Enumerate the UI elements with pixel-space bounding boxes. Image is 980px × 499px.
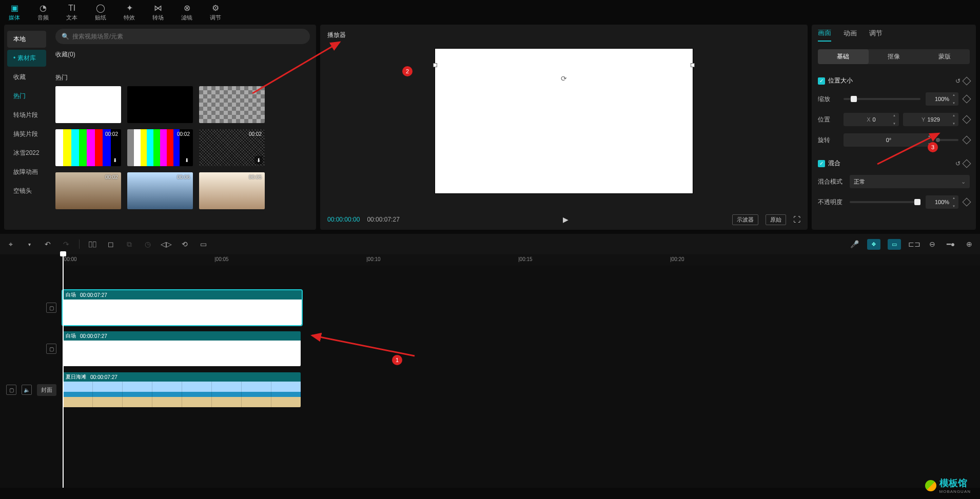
keyframe-icon[interactable] xyxy=(963,159,971,168)
blendmode-select[interactable]: 正常⌄ xyxy=(850,175,970,188)
timeline-clip-1[interactable]: 白场00:00:07:27 xyxy=(63,331,301,366)
blend-checkbox[interactable]: ✓ xyxy=(818,160,825,167)
track-toggle-icon[interactable]: ▢ xyxy=(6,385,16,395)
inspector-tab-0[interactable]: 画面 xyxy=(818,28,831,42)
zoom-in-icon[interactable]: ⊕ xyxy=(964,240,975,248)
mic-icon[interactable]: 🎤 xyxy=(849,240,860,248)
pointer-tool-icon[interactable]: ⌖ xyxy=(5,240,16,249)
asset-thumb-7[interactable]: 00:06 xyxy=(127,172,193,209)
rotation-label: 旋转 xyxy=(818,136,838,145)
inspector-tab-1[interactable]: 动画 xyxy=(844,29,857,41)
opacity-keyframe-icon[interactable] xyxy=(963,198,971,207)
reset-icon[interactable]: ↺ xyxy=(955,77,961,85)
mirror-icon[interactable]: ◁▷ xyxy=(161,240,172,248)
rotation-dial[interactable] xyxy=(938,139,958,141)
download-icon[interactable]: ⬇ xyxy=(254,156,263,164)
copy-icon[interactable]: ⧉ xyxy=(124,240,135,249)
sidebar-item-6[interactable]: 冰雪2022 xyxy=(7,145,46,162)
tab-icon: ▣ xyxy=(11,3,18,13)
redo-icon[interactable]: ↷ xyxy=(61,240,72,248)
speed-icon[interactable]: ◷ xyxy=(142,240,153,248)
track-toggle-icon[interactable]: ▢ xyxy=(46,303,56,313)
split-icon[interactable]: ⌷⌷ xyxy=(87,240,98,248)
top-tab-6[interactable]: ⊗滤镜 xyxy=(172,0,201,25)
original-button[interactable]: 原始 xyxy=(766,214,786,225)
top-tab-7[interactable]: ⚙调节 xyxy=(201,0,230,25)
dropdown-icon[interactable]: ▾ xyxy=(24,242,35,247)
sidebar-item-1[interactable]: • 素材库 xyxy=(7,50,46,67)
inspector-subtab-0[interactable]: 基础 xyxy=(818,49,869,64)
track-toggle-icon[interactable]: ▢ xyxy=(46,344,56,354)
asset-thumb-0[interactable] xyxy=(55,86,121,123)
frame-icon[interactable]: ▭ xyxy=(198,240,209,248)
fullscreen-icon[interactable]: ⛶ xyxy=(793,215,800,224)
timeline-clip-2[interactable]: 夏日海滩00:00:07:27 xyxy=(63,372,301,407)
inspector-subtab-2[interactable]: 蒙版 xyxy=(919,49,970,64)
asset-thumb-5[interactable]: 00:02⬇ xyxy=(199,129,265,166)
search-box[interactable]: 🔍 xyxy=(55,29,310,44)
position-keyframe-icon[interactable] xyxy=(963,115,971,124)
auto-caption-button[interactable]: ❖ xyxy=(867,239,880,250)
thumb-duration: 00:02 xyxy=(177,131,190,137)
undo-icon[interactable]: ↶ xyxy=(42,240,53,248)
asset-thumb-8[interactable]: 00:05 xyxy=(199,172,265,209)
download-icon[interactable]: ⬇ xyxy=(111,156,119,164)
position-y-value[interactable]: Y1929▲▼ xyxy=(903,113,958,126)
reset-icon[interactable]: ↺ xyxy=(955,160,961,167)
opacity-slider[interactable] xyxy=(850,201,920,203)
keyframe-icon[interactable] xyxy=(963,76,971,85)
asset-thumb-1[interactable] xyxy=(127,86,193,123)
crop-icon[interactable]: ◻ xyxy=(105,240,116,248)
magnet-icon[interactable]: ⊏⊐ xyxy=(908,240,919,248)
player-canvas[interactable]: ⟳ xyxy=(435,48,693,194)
top-tab-3[interactable]: ◯贴纸 xyxy=(86,0,115,25)
clip-body xyxy=(63,341,301,366)
media-panel: 本地• 素材库收藏热门转场片段搞笑片段冰雪2022故障动画空镜头 🔍 收藏(0)… xyxy=(4,25,316,230)
inspector-tab-2[interactable]: 调节 xyxy=(869,29,883,41)
top-tab-1[interactable]: ◔音频 xyxy=(29,0,57,25)
blend-heading: 混合 xyxy=(828,159,840,168)
asset-thumb-3[interactable]: 00:02⬇ xyxy=(55,129,121,166)
auto-align-button[interactable]: ▭ xyxy=(888,239,901,250)
rotation-keyframe-icon[interactable] xyxy=(963,136,971,145)
top-tab-5[interactable]: ⋈转场 xyxy=(144,0,172,25)
position-x-value[interactable]: X0▲▼ xyxy=(844,113,899,126)
thumb-duration: 00:02 xyxy=(105,131,118,137)
asset-thumb-2[interactable] xyxy=(199,86,265,123)
zoom-slider-icon[interactable]: ━● xyxy=(945,240,956,248)
inspector-subtab-1[interactable]: 抠像 xyxy=(869,49,919,64)
possize-checkbox[interactable]: ✓ xyxy=(818,77,825,85)
sidebar-item-3[interactable]: 热门 xyxy=(7,88,46,105)
media-side-nav: 本地• 素材库收藏热门转场片段搞笑片段冰雪2022故障动画空镜头 xyxy=(4,25,49,230)
top-tab-0[interactable]: ▣媒体 xyxy=(0,0,29,25)
track-toggle-icon[interactable]: 🔈 xyxy=(22,385,32,395)
scale-value[interactable]: 100%▲▼ xyxy=(926,92,958,106)
sidebar-item-2[interactable]: 收藏 xyxy=(7,69,46,86)
asset-thumb-4[interactable]: 00:02⬇ xyxy=(127,129,193,166)
timeline-ruler[interactable]: |00:00|00:05|00:10|00:15|00:20 xyxy=(63,254,980,266)
track-head: ▢ xyxy=(0,303,63,313)
scale-slider[interactable] xyxy=(844,98,920,100)
search-input[interactable] xyxy=(72,33,304,40)
play-button[interactable]: ▶ xyxy=(563,215,569,224)
playhead[interactable] xyxy=(63,254,64,488)
rotation-value[interactable]: 0°▲▼ xyxy=(844,133,934,147)
sidebar-item-4[interactable]: 转场片段 xyxy=(7,107,46,124)
sidebar-item-5[interactable]: 搞笑片段 xyxy=(7,126,46,143)
sidebar-item-7[interactable]: 故障动画 xyxy=(7,164,46,181)
tab-label: 调节 xyxy=(210,14,221,22)
scale-keyframe-icon[interactable] xyxy=(963,95,971,104)
opacity-value[interactable]: 100%▲▼ xyxy=(926,195,958,209)
ruler-tick: |00:20 xyxy=(670,256,684,262)
cover-button[interactable]: 封面 xyxy=(37,384,56,396)
top-tab-2[interactable]: TI文本 xyxy=(57,0,86,25)
scope-button[interactable]: 示波器 xyxy=(732,214,758,225)
download-icon[interactable]: ⬇ xyxy=(183,156,191,164)
rotate-icon[interactable]: ⟲ xyxy=(179,240,190,248)
asset-thumb-6[interactable]: 00:02 xyxy=(55,172,121,209)
sidebar-item-8[interactable]: 空镜头 xyxy=(7,183,46,199)
zoom-out-icon[interactable]: ⊖ xyxy=(927,240,938,248)
timeline-clip-0[interactable]: 白场00:00:07:27 xyxy=(63,290,302,325)
top-tab-4[interactable]: ✦特效 xyxy=(115,0,144,25)
sidebar-item-0[interactable]: 本地 xyxy=(7,31,46,48)
